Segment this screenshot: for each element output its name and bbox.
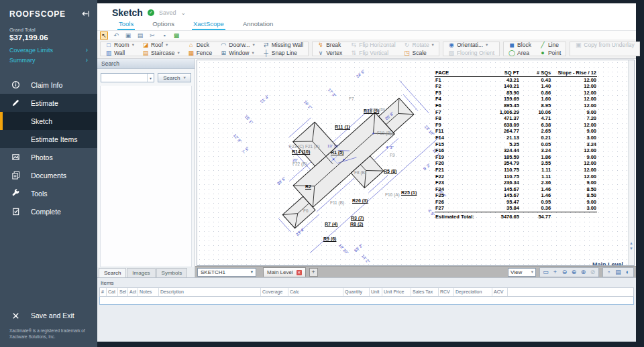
tab-annotation[interactable]: Annotation <box>241 20 274 30</box>
tab-tools[interactable]: Tools <box>117 20 135 30</box>
face-label[interactable]: F23 (C) <box>289 144 304 149</box>
orientati-button[interactable]: ◉Orientati... <box>448 42 494 49</box>
face-label[interactable]: F16 (A) <box>385 192 400 197</box>
roof-object-label[interactable]: R14 (10) <box>292 149 310 154</box>
area-button[interactable]: ◯Area <box>508 50 531 57</box>
paste-icon[interactable]: ▤ <box>136 31 144 40</box>
items-column-rcv[interactable]: RCV <box>439 288 454 296</box>
face-label[interactable]: F7 <box>349 96 354 101</box>
face-label[interactable]: F6 <box>303 208 309 213</box>
sphere-icon[interactable]: ◐ <box>623 268 632 277</box>
block-button[interactable]: ◼Block <box>508 42 531 49</box>
view-selector[interactable]: View <box>508 268 536 277</box>
roof-object-label[interactable]: R5 (8) <box>384 169 396 174</box>
cut-icon[interactable]: ✂ <box>148 31 156 40</box>
page-one-icon[interactable]: ▤ <box>614 268 623 277</box>
undo-icon[interactable]: ↶ <box>112 31 120 40</box>
select-icon[interactable]: ▭ <box>541 268 550 277</box>
face-label[interactable]: F11 (B) <box>330 200 344 205</box>
items-column-act[interactable]: Act <box>128 288 138 296</box>
sidebar-link-coverage-limits[interactable]: Coverage Limits <box>0 45 97 55</box>
page-icon[interactable]: ▫ <box>604 268 613 277</box>
snap-line-button[interactable]: ┼Snap Line <box>263 50 303 57</box>
roof-object-label[interactable]: R11 (1) <box>335 125 350 129</box>
roof-object-label[interactable]: R8 (2) <box>350 222 363 226</box>
items-column-unit[interactable]: Unit <box>370 288 382 296</box>
roof-object-label[interactable]: R1 (5) <box>331 150 343 155</box>
items-column-quantity[interactable]: Quantity <box>343 288 370 296</box>
search-input-dropdown-icon[interactable] <box>147 74 154 82</box>
roof-object-label[interactable]: R26 (3) <box>352 198 368 203</box>
zoom-in-icon[interactable]: ⊕ <box>570 268 578 277</box>
doorw-button[interactable]: ◠Doorw... <box>220 42 254 49</box>
zoom-out-icon[interactable]: ⊖ <box>560 268 569 277</box>
roof-object-label[interactable]: R3 (7) <box>351 216 364 220</box>
search-button[interactable]: Search <box>158 73 191 82</box>
sidebar-item-estimate[interactable]: Estimate <box>0 94 97 112</box>
tab-options[interactable]: Options <box>151 20 176 30</box>
missing-wall-button[interactable]: ⇄Missing Wall <box>263 42 303 49</box>
panel-tab-search[interactable]: Search <box>99 268 126 277</box>
line-button[interactable]: ╱Line <box>539 42 561 49</box>
items-column-coverage[interactable]: Coverage <box>261 288 288 296</box>
items-column-#[interactable]: # <box>100 288 107 296</box>
items-column-description[interactable]: Description <box>159 288 261 296</box>
break-button[interactable]: ↯Break <box>317 42 342 49</box>
vertex-button[interactable]: ∨Vertex <box>317 50 342 57</box>
point-button[interactable]: ●Point <box>539 50 561 57</box>
scale-button[interactable]: ◳Scale <box>404 50 434 57</box>
chevron-down-icon[interactable] <box>180 9 186 16</box>
level-tab-close-icon[interactable] <box>297 270 302 275</box>
face-label[interactable]: F19 (B) <box>377 131 392 135</box>
sketch-canvas[interactable]: R16 (9)R11 (1)R14 (10)R1 (5)R5 (8)R2R25 … <box>197 60 635 266</box>
sidebar-collapse-icon[interactable] <box>80 9 91 19</box>
roof-object-label[interactable]: R9 (6) <box>323 236 336 241</box>
face-label[interactable]: F21 (A) <box>305 144 320 149</box>
staircase-button[interactable]: ▤Staircase <box>142 50 180 57</box>
roof-object-label[interactable]: R25 (1) <box>401 190 417 195</box>
search-input[interactable] <box>101 73 154 82</box>
cursor-icon[interactable]: ↖ <box>100 31 108 40</box>
sidebar-link-summary[interactable]: Summary <box>0 55 97 65</box>
canvas-scrollbar[interactable]: ▲ ▼ <box>628 60 634 265</box>
panel-tab-symbols[interactable]: Symbols <box>156 268 188 277</box>
lock-icon[interactable]: ▪ <box>160 31 168 40</box>
items-column-notes[interactable]: Notes <box>138 288 159 296</box>
items-column-cat[interactable]: Cat <box>107 288 118 296</box>
items-column-sales-tax[interactable]: Sales Tax <box>411 288 439 296</box>
save-and-exit-button[interactable]: Save and Exit <box>0 306 97 325</box>
room-button[interactable]: □Room <box>105 42 134 49</box>
items-column-acv[interactable]: ACV <box>492 288 508 296</box>
fence-button[interactable]: ▦Fence <box>188 50 213 57</box>
sidebar-item-complete[interactable]: Complete <box>0 202 97 220</box>
deck-button[interactable]: ⌂Deck <box>188 42 213 49</box>
wall-button[interactable]: ▥Wall <box>105 50 134 57</box>
roof-object-label[interactable]: R7 (4) <box>325 222 337 226</box>
items-column-sel[interactable]: Sel <box>118 288 128 296</box>
face-label[interactable]: F8 (B) <box>354 170 366 175</box>
zoom-fit-icon[interactable]: ⊛ <box>579 268 588 277</box>
face-label[interactable]: F20 (D) <box>370 107 385 112</box>
copy-icon[interactable]: ▣ <box>124 31 132 40</box>
sidebar-item-sketch[interactable]: Sketch <box>0 112 97 130</box>
face-label[interactable]: F9 <box>390 153 395 157</box>
roof-button[interactable]: ◪Roof <box>142 42 180 49</box>
items-empty-row[interactable] <box>99 297 634 305</box>
sidebar-item-photos[interactable]: Photos <box>0 148 97 166</box>
sidebar-item-claim-info[interactable]: Claim Info <box>0 76 97 94</box>
items-column-unit-price[interactable]: Unit Price <box>382 288 411 296</box>
add-level-button[interactable]: + <box>309 268 318 277</box>
sheet-selector[interactable]: SKETCH1 <box>197 268 256 277</box>
face-label[interactable]: F22 (B) <box>292 161 307 166</box>
pan-icon[interactable]: + <box>551 268 559 277</box>
items-column-calc[interactable]: Calc <box>288 288 343 296</box>
sidebar-item-tools[interactable]: Tools <box>0 184 97 202</box>
items-column-depreciation[interactable]: Depreciation <box>454 288 492 296</box>
panel-tab-images[interactable]: Images <box>127 268 155 277</box>
tab-xactscope[interactable]: XactScope <box>192 20 225 30</box>
level-tab[interactable]: Main Level <box>263 267 306 277</box>
window-button[interactable]: ⊞Window <box>220 50 254 57</box>
roof-object-label[interactable]: R2 <box>305 184 311 189</box>
sidebar-item-documents[interactable]: Documents <box>0 166 97 184</box>
image-icon[interactable]: ▩ <box>172 31 180 40</box>
